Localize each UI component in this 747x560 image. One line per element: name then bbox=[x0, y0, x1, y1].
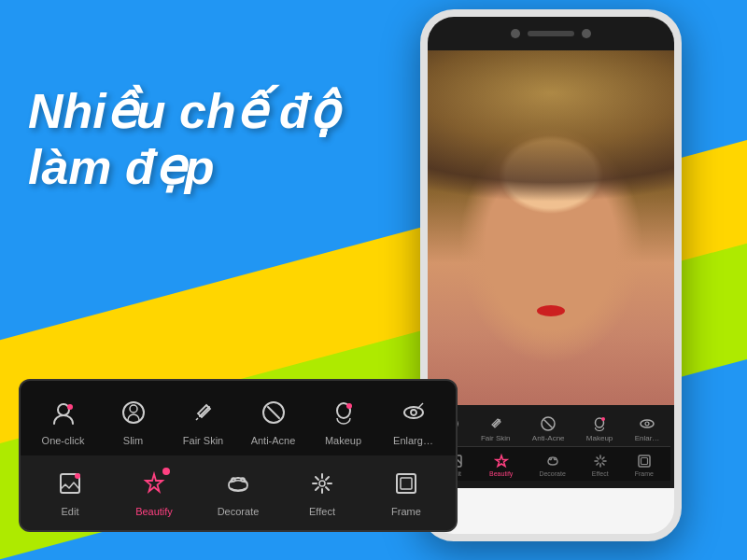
svg-point-9 bbox=[411, 410, 416, 415]
phone-makeup-label: Makeup bbox=[586, 434, 613, 442]
beautify-dot bbox=[162, 468, 170, 475]
phone-nav-effect[interactable]: Effect bbox=[592, 453, 609, 477]
phone-enlarge-label: Enlar… bbox=[635, 434, 660, 442]
hair-overlay bbox=[428, 50, 674, 263]
toolbar-item-anti-acne[interactable]: Anti-Acne bbox=[246, 394, 302, 446]
phone-anti-acne-icon bbox=[540, 414, 557, 432]
one-click-icon bbox=[45, 394, 82, 431]
phone-beautify-icon bbox=[494, 453, 509, 469]
svg-line-43 bbox=[602, 457, 604, 459]
fair-skin-icon bbox=[185, 394, 222, 431]
phone-decorate-label: Decorate bbox=[539, 470, 565, 477]
phone-anti-acne[interactable]: Anti-Acne bbox=[532, 414, 565, 442]
toolbar-item-makeup[interactable]: Makeup bbox=[316, 394, 372, 446]
svg-line-29 bbox=[544, 420, 552, 427]
makeup-icon bbox=[325, 394, 362, 431]
anti-acne-label: Anti-Acne bbox=[251, 435, 296, 446]
anti-acne-icon bbox=[255, 394, 292, 431]
toolbar-item-decorate[interactable]: Decorate bbox=[210, 465, 266, 517]
toolbar-card: One-click Slim Fair Skin bbox=[19, 379, 458, 532]
beautify-label: Beautify bbox=[135, 506, 173, 517]
one-click-label: One-click bbox=[42, 435, 85, 446]
effect-label: Effect bbox=[309, 506, 335, 517]
phone-body: Slim Fair Skin bbox=[420, 9, 682, 541]
title-line1: Nhiều chế độ bbox=[28, 84, 339, 138]
toolbar-item-enlarge[interactable]: Enlarg… bbox=[386, 394, 442, 446]
toolbar-bottom-row: Edit Beautify bbox=[21, 455, 456, 530]
toolbar-item-edit[interactable]: Edit bbox=[42, 465, 98, 517]
phone-fair-skin[interactable]: Fair Skin bbox=[481, 414, 511, 442]
beautify-icon bbox=[135, 465, 173, 502]
svg-line-5 bbox=[268, 407, 279, 418]
phone-effect-label: Effect bbox=[592, 470, 609, 477]
enlarge-icon bbox=[395, 394, 432, 431]
svg-line-21 bbox=[326, 477, 329, 480]
lips-hint bbox=[537, 305, 565, 316]
phone-makeup[interactable]: Makeup bbox=[586, 414, 613, 442]
phone-makeup-icon bbox=[591, 414, 608, 432]
toolbar-item-fair-skin[interactable]: Fair Skin bbox=[176, 394, 232, 446]
frame-label: Frame bbox=[391, 506, 421, 517]
phone-speaker bbox=[528, 31, 574, 36]
svg-point-23 bbox=[319, 481, 325, 486]
svg-point-3 bbox=[130, 405, 137, 413]
frame-icon bbox=[388, 465, 425, 502]
phone-frame-label: Frame bbox=[635, 470, 654, 477]
phone-camera bbox=[511, 29, 520, 38]
phone-decorate-icon bbox=[545, 453, 560, 469]
phone-fair-skin-icon bbox=[487, 414, 504, 432]
slim-label: Slim bbox=[123, 435, 143, 446]
phone-bottom-nav: Edit Beautify bbox=[431, 446, 670, 481]
svg-rect-45 bbox=[639, 455, 650, 467]
phone-top-bar bbox=[428, 17, 674, 50]
toolbar-item-slim[interactable]: Slim bbox=[106, 394, 162, 446]
svg-line-42 bbox=[602, 463, 604, 465]
svg-point-32 bbox=[641, 420, 654, 427]
svg-line-44 bbox=[597, 463, 599, 465]
toolbar-item-effect[interactable]: Effect bbox=[294, 465, 350, 517]
effect-icon bbox=[303, 465, 341, 502]
svg-line-20 bbox=[326, 487, 329, 490]
svg-line-19 bbox=[316, 477, 318, 480]
svg-point-1 bbox=[67, 404, 73, 410]
left-text-block: Nhiều chế độ làm đẹp bbox=[28, 84, 383, 196]
svg-point-0 bbox=[58, 404, 69, 415]
svg-point-8 bbox=[404, 407, 423, 418]
phone-nav-decorate[interactable]: Decorate bbox=[539, 453, 565, 477]
phone-nav-beautify[interactable]: Beautify bbox=[489, 453, 513, 477]
fair-skin-label: Fair Skin bbox=[183, 435, 223, 446]
svg-point-31 bbox=[601, 417, 605, 421]
svg-rect-24 bbox=[397, 474, 416, 493]
toolbar-item-beautify[interactable]: Beautify bbox=[126, 465, 182, 517]
toolbar-top-row: One-click Slim Fair Skin bbox=[21, 381, 456, 455]
svg-line-22 bbox=[316, 487, 318, 490]
main-title: Nhiều chế độ làm đẹp bbox=[28, 84, 383, 196]
toolbar-item-frame[interactable]: Frame bbox=[378, 465, 434, 517]
phone-camera-2 bbox=[582, 29, 591, 38]
slim-icon bbox=[115, 394, 152, 431]
phone-mockup: Slim Fair Skin bbox=[420, 9, 691, 551]
phone-effect-icon bbox=[593, 453, 608, 469]
svg-rect-25 bbox=[401, 478, 412, 489]
phone-beautify-label: Beautify bbox=[489, 470, 513, 477]
phone-frame-icon bbox=[637, 453, 652, 469]
svg-rect-46 bbox=[641, 458, 647, 465]
edit-label: Edit bbox=[62, 506, 79, 517]
phone-nav-frame[interactable]: Frame bbox=[635, 453, 654, 477]
title-line2: làm đẹp bbox=[28, 140, 215, 194]
toolbar-item-one-click[interactable]: One-click bbox=[35, 394, 92, 446]
svg-point-7 bbox=[346, 403, 352, 409]
decorate-label: Decorate bbox=[218, 506, 260, 517]
phone-fair-skin-label: Fair Skin bbox=[481, 434, 511, 442]
phone-enlarge-icon bbox=[639, 414, 655, 432]
phone-enlarge[interactable]: Enlar… bbox=[635, 414, 660, 442]
makeup-label: Makeup bbox=[325, 435, 361, 446]
svg-line-41 bbox=[597, 457, 599, 459]
phone-portrait bbox=[428, 50, 674, 405]
enlarge-label: Enlarg… bbox=[393, 435, 433, 446]
decorate-icon bbox=[219, 465, 257, 502]
svg-point-33 bbox=[645, 422, 649, 426]
phone-toolbar-top: Slim Fair Skin bbox=[431, 411, 670, 446]
phone-anti-acne-label: Anti-Acne bbox=[532, 434, 565, 442]
edit-icon bbox=[51, 465, 89, 502]
